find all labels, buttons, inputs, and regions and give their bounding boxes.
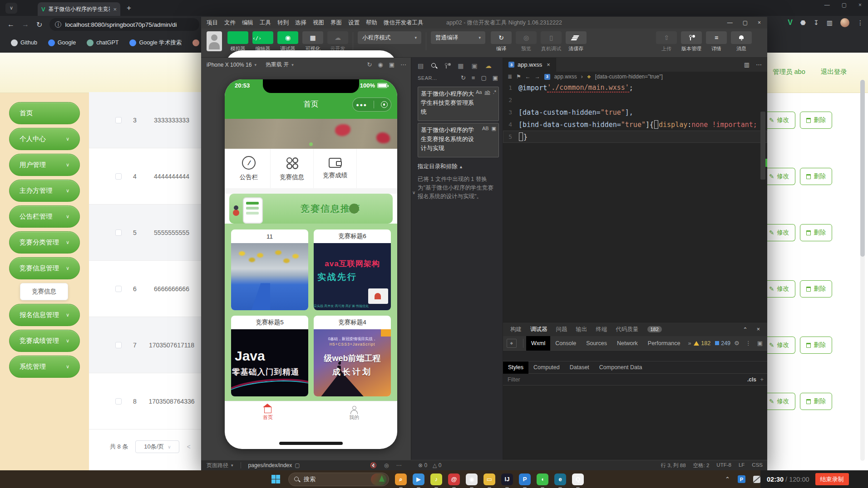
toolbar-button[interactable]: 模拟器 [227, 31, 248, 52]
refresh-icon[interactable]: ↻ [461, 74, 466, 81]
more-tabs-icon[interactable]: » [688, 340, 691, 346]
carousel-image[interactable] [225, 119, 397, 149]
new-tab-button[interactable]: + [127, 4, 131, 13]
page-scrollbar[interactable] [860, 80, 865, 461]
taskbar-app-icon[interactable]: @ [448, 473, 460, 485]
more-dots-icon[interactable]: ●●● [356, 102, 367, 107]
competition-card[interactable]: 竞赛标题6 ava互联网架构 实战先行 目实战·高并发·高可用·高扩 [314, 229, 391, 310]
exit-circle-icon[interactable] [381, 101, 388, 108]
browser-minimize-icon[interactable]: — [824, 2, 830, 8]
browser-menu-icon[interactable]: ⋮ [857, 19, 863, 26]
miniapp-tab[interactable]: 我的 [311, 401, 397, 425]
hot-reload-toggle[interactable]: 热重载 开 [266, 61, 289, 68]
profile-avatar[interactable] [840, 18, 849, 27]
regex-icon[interactable]: .* [493, 89, 496, 95]
close-panel-icon[interactable]: × [757, 326, 760, 333]
collapse-panel-icon[interactable]: ⌃ [743, 326, 747, 333]
footer-more-icon[interactable]: ⋯ [396, 462, 401, 468]
compile-select[interactable]: 普通编译 ▾ [431, 31, 485, 44]
debugger-tab[interactable]: 代码质量 [616, 326, 639, 333]
style-tab[interactable]: Dataset [565, 361, 594, 374]
logout-link[interactable]: 退出登录 [821, 68, 847, 76]
toolbar-button[interactable]: 真机调试 [541, 31, 562, 52]
sidebar-item[interactable]: 主办方管理 [9, 180, 80, 202]
browser-tab[interactable]: V 基于微信小程序的学生竞赛报... × [38, 2, 120, 16]
account-avatar[interactable] [207, 31, 222, 51]
settings-gear-icon[interactable]: ⚙ [734, 340, 740, 346]
delete-button[interactable]: 删除 [800, 112, 832, 129]
edit-button[interactable]: ✎ 修改 [767, 337, 795, 354]
sidebar-item[interactable]: 系统管理 [9, 356, 80, 378]
edit-button[interactable]: ✎ 修改 [767, 112, 795, 129]
toolbar-button[interactable]: 编译 [491, 31, 512, 52]
menu-item[interactable]: 界面 [330, 19, 342, 27]
taskbar-app-icon[interactable]: ▶ [413, 473, 424, 485]
side-panel-icon[interactable]: ▥ [827, 19, 833, 26]
toolbar-button[interactable]: 清缓存 [566, 31, 587, 52]
toolbar-button[interactable]: 云开发 [327, 31, 348, 52]
inspector-tab[interactable]: Network [612, 336, 643, 351]
inspect-element-icon[interactable]: ⌖ [507, 339, 517, 348]
page-path-label[interactable]: 页面路径 [207, 462, 228, 469]
edit-button[interactable]: ✎ 修改 [767, 168, 795, 185]
git-icon[interactable] [444, 63, 450, 69]
bookmark-item[interactable]: chatGPT [87, 39, 118, 46]
menu-item[interactable]: 项目 [207, 19, 218, 27]
url-bar[interactable]: i localhost:8080/springboot70p75/admin/d… [49, 18, 199, 31]
mode-select[interactable]: 小程序模式 ▾ [358, 31, 421, 44]
rotate-icon[interactable]: ↻ [367, 61, 372, 68]
devtools-maximize-icon[interactable]: ▢ [743, 20, 748, 26]
menu-item[interactable]: 选择 [295, 19, 306, 27]
delete-button[interactable]: 删除 [800, 337, 832, 354]
sidebar-item[interactable]: 公告栏管理 [9, 205, 80, 228]
tray-expand-icon[interactable]: ⌃ [725, 476, 730, 483]
toggle-replace-icon[interactable]: ∨ [412, 190, 415, 195]
taskbar-app-icon[interactable]: ⌕ [395, 473, 407, 485]
debugger-tab[interactable]: 问题 [556, 326, 567, 333]
edit-button[interactable]: ✎ 修改 [767, 393, 795, 410]
quick-link-item[interactable]: 公告栏 [227, 149, 271, 188]
cloud-icon[interactable]: ☁ [485, 62, 492, 69]
sidebar-item[interactable]: 竞赛信息 [20, 283, 68, 300]
indent-setting[interactable]: 空格: 2 [693, 462, 710, 469]
row-checkbox[interactable] [115, 398, 122, 405]
sidebar-item[interactable]: 竞赛分类管理 [9, 231, 80, 254]
toolbar-button[interactable]: 编辑器 [252, 31, 273, 52]
mic-muted-icon[interactable] [753, 476, 760, 483]
row-checkbox[interactable] [115, 229, 122, 236]
inspector-tab[interactable]: Sources [581, 336, 612, 351]
taskbar-app-icon[interactable]: ◉ [466, 473, 478, 485]
browser-close-icon[interactable]: × [858, 2, 862, 8]
box-icon[interactable]: ▣ [471, 62, 477, 69]
sidebar-item[interactable]: 用户管理 [9, 154, 80, 176]
bookmark-item[interactable]: Github [11, 39, 37, 46]
miniapp-capsule[interactable]: ●●● [352, 98, 391, 112]
browser-maximize-icon[interactable]: ▢ [842, 2, 847, 8]
edit-button[interactable]: ✎ 修改 [767, 280, 795, 298]
toolbar-button[interactable]: 版本管理 [681, 31, 702, 52]
sidebar-item[interactable]: 竞赛成绩管理 [9, 330, 80, 352]
toolbar-button[interactable]: 可视化 [302, 31, 323, 52]
breadcrumb-selector[interactable]: [data-custom-hidden="true"] [595, 73, 663, 80]
delete-button[interactable]: 删除 [800, 168, 832, 185]
replace-input[interactable]: 基于微信小程序的学生竞赛报名系统的设计与实现 AB ▣ [418, 123, 499, 157]
tab-list-caret-icon[interactable]: ∨ [5, 3, 17, 14]
eol-type[interactable]: LF [739, 462, 745, 469]
open-editor-icon[interactable]: ▣ [493, 74, 498, 81]
menu-item[interactable]: 帮助 [366, 19, 377, 27]
sidebar-item[interactable]: 报名信息管理 [9, 304, 80, 326]
style-tab[interactable]: Computed [528, 361, 565, 374]
match-case-icon[interactable]: Aa [476, 89, 482, 95]
delete-button[interactable]: 删除 [800, 393, 832, 410]
page-path-value[interactable]: pages/index/index [248, 462, 292, 468]
miniapp-tab[interactable]: 首页 [225, 401, 311, 425]
edit-button[interactable]: ✎ 修改 [767, 224, 795, 241]
search-section-toggle[interactable]: 指定目录和排除 ▲ [411, 157, 503, 171]
editor-scrollbar[interactable] [760, 112, 765, 180]
device-select[interactable]: iPhone X 100% 16 [207, 62, 252, 68]
taskbar-app-icon[interactable]: IJ [501, 473, 513, 485]
inspector-tab[interactable]: Wxml [526, 336, 550, 351]
files-icon[interactable]: ▤ [418, 62, 424, 69]
prev-page-button[interactable]: < [187, 443, 190, 450]
taskbar-app-icon[interactable]: P [519, 473, 531, 485]
